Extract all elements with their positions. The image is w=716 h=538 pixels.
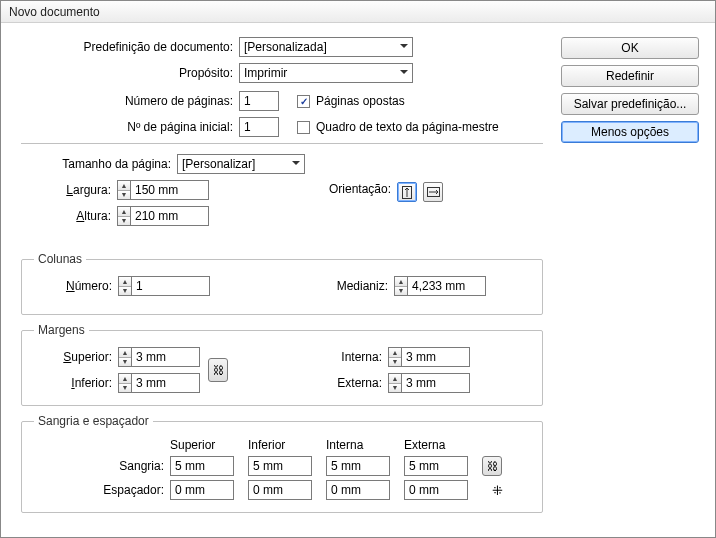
less-options-button[interactable]: Menos opções [561,121,699,143]
chevron-down-icon [400,70,408,78]
orientation-portrait-icon[interactable] [397,182,417,202]
slug-outer-input[interactable] [404,480,468,500]
col-outer: Externa [404,438,476,452]
redefine-button[interactable]: Redefinir [561,65,699,87]
margin-outer-spinner[interactable]: ▲▼ [388,373,470,393]
margin-bottom-spinner[interactable]: ▲▼ [118,373,200,393]
slug-bottom-input[interactable] [248,480,312,500]
dialog-title: Novo documento [1,1,715,23]
height-label: Altura: [21,209,111,223]
save-preset-button[interactable]: Salvar predefinição... [561,93,699,115]
pagesize-group: Tamanho da página: [Personalizar] Largur… [21,143,543,244]
orientation-landscape-icon[interactable] [423,182,443,202]
pagesize-label: Tamanho da página: [21,157,171,171]
master-text-label: Quadro de texto da página-mestre [316,120,499,134]
slug-label: Espaçador: [34,483,164,497]
orientation-label: Orientação: [329,182,391,196]
facing-pages-checkbox[interactable]: ✓ [297,95,310,108]
bleed-label: Sangria: [34,459,164,473]
chevron-down-icon [400,44,408,52]
intent-label: Propósito: [21,66,233,80]
margin-inner-spinner[interactable]: ▲▼ [388,347,470,367]
bleed-link-icon[interactable]: ⛓ [482,456,502,476]
ok-button[interactable]: OK [561,37,699,59]
preset-label: Predefinição de documento: [21,40,233,54]
bleed-bottom-input[interactable] [248,456,312,476]
col-bottom: Inferior [248,438,320,452]
columns-num-input[interactable] [132,276,210,296]
bleed-inner-input[interactable] [326,456,390,476]
bleed-legend: Sangria e espaçador [34,414,153,428]
margin-bottom-label: Inferior: [34,376,112,390]
height-spinner[interactable]: ▲▼ [117,206,209,226]
start-page-input[interactable] [239,117,279,137]
col-top: Superior [170,438,242,452]
columns-legend: Colunas [34,252,86,266]
master-text-checkbox[interactable] [297,121,310,134]
dialog-new-document: Novo documento Predefinição de documento… [0,0,716,538]
width-spinner[interactable]: ▲▼ [117,180,209,200]
gutter-input[interactable] [408,276,486,296]
slug-inner-input[interactable] [326,480,390,500]
columns-num-spinner[interactable]: ▲▼ [118,276,210,296]
columns-num-label: Número: [34,279,112,293]
chevron-down-icon [292,161,300,169]
height-input[interactable] [131,206,209,226]
bleed-group: Sangria e espaçador Superior Inferior In… [21,414,543,513]
preset-select[interactable]: [Personalizada] [239,37,413,57]
intent-select[interactable]: Imprimir [239,63,413,83]
margins-group: Margens Superior: ▲▼ Inferior: ▲▼ ⛓ [21,323,543,406]
start-page-label: Nº de página inicial: [21,120,233,134]
pagesize-select[interactable]: [Personalizar] [177,154,305,174]
pages-num-input[interactable] [239,91,279,111]
gutter-spinner[interactable]: ▲▼ [394,276,486,296]
margin-top-spinner[interactable]: ▲▼ [118,347,200,367]
bleed-outer-input[interactable] [404,456,468,476]
slug-link-icon[interactable]: ⁜ [482,483,512,498]
margins-link-icon[interactable]: ⛓ [208,358,228,382]
width-label: Largura: [21,183,111,197]
bleed-top-input[interactable] [170,456,234,476]
pages-num-label: Número de páginas: [21,94,233,108]
facing-pages-label: Páginas opostas [316,94,405,108]
columns-group: Colunas Número: ▲▼ Medianiz: ▲▼ [21,252,543,315]
col-inner: Interna [326,438,398,452]
margin-top-label: Superior: [34,350,112,364]
margin-inner-label: Interna: [320,350,382,364]
gutter-label: Medianiz: [216,279,388,293]
width-input[interactable] [131,180,209,200]
slug-top-input[interactable] [170,480,234,500]
margins-legend: Margens [34,323,89,337]
margin-outer-label: Externa: [320,376,382,390]
